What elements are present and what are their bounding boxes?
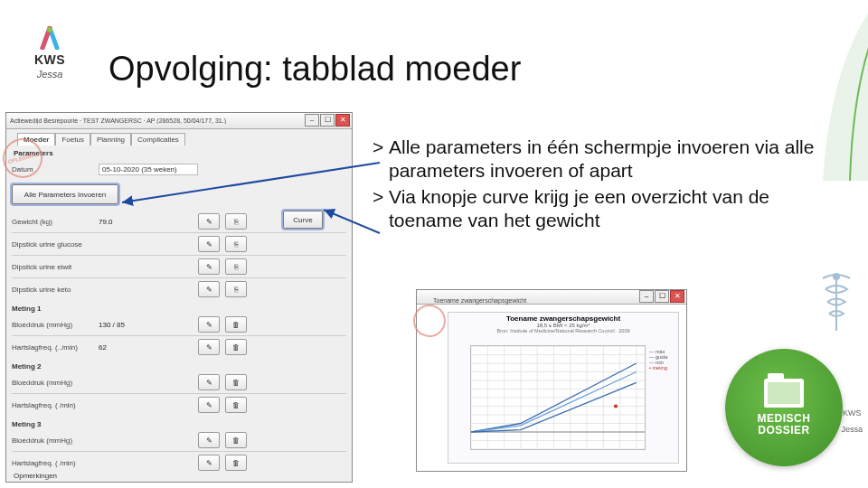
- edit-button[interactable]: ✎: [198, 236, 220, 252]
- copy-button[interactable]: ⎘: [225, 236, 247, 252]
- row-dip-keto: Dipstick urine keto✎⎘: [12, 279, 346, 299]
- window-minimize-button[interactable]: –: [305, 114, 319, 127]
- jessa-logo-text: Jessa: [37, 69, 63, 80]
- copy-icon: ⎘: [234, 286, 239, 294]
- delete-button[interactable]: 🗑: [225, 339, 247, 355]
- edit-button[interactable]: ✎: [198, 397, 220, 413]
- delete-button[interactable]: 🗑: [225, 455, 247, 471]
- edit-button[interactable]: ✎: [198, 374, 220, 390]
- badge-line2: DOSSIER: [758, 424, 810, 436]
- opmerkingen-label: Opmerkingen: [14, 472, 57, 480]
- edit-button[interactable]: ✎: [198, 281, 220, 297]
- label-m3-bp: Bloeddruk (mmHg): [12, 436, 99, 445]
- edit-button[interactable]: ✎: [198, 455, 220, 471]
- chart-window-title: Toename zwangerschapsgewicht: [417, 297, 526, 304]
- trash-icon: 🗑: [232, 321, 240, 329]
- bullet-2: Via knopje curve krijg je een overzicht …: [389, 185, 825, 231]
- opleiding-stamp-icon: [410, 301, 449, 341]
- label-dip-glucose: Dipstick urine glucose: [12, 240, 99, 249]
- meting3-header: Meting 3: [12, 420, 346, 428]
- slide-title: Opvolging: tabblad moeder: [108, 50, 521, 89]
- trash-icon: 🗑: [232, 459, 240, 467]
- meting1-header: Meting 1: [12, 305, 346, 313]
- window-close-button[interactable]: ✕: [335, 114, 350, 127]
- chart-close-button[interactable]: ✕: [670, 290, 684, 303]
- trash-icon: 🗑: [232, 436, 240, 445]
- parameters-header: Parameters: [14, 149, 346, 157]
- trash-icon: 🗑: [232, 401, 240, 409]
- label-m3-hr: Hartslagfreq. ( /min): [12, 459, 99, 467]
- app-tabs: Moeder Foetus Planning Complicaties: [17, 133, 346, 145]
- tab-foetus[interactable]: Foetus: [55, 133, 90, 145]
- brand-logos: KWS Jessa: [34, 25, 65, 80]
- meting2-header: Meting 2: [12, 362, 346, 371]
- copy-button[interactable]: ⎘: [225, 213, 247, 230]
- pencil-icon: ✎: [206, 401, 212, 409]
- delete-button[interactable]: 🗑: [225, 397, 247, 413]
- app-window: Actiewedijd Besrepoorie · TEST ZWANGERSC…: [5, 112, 353, 483]
- label-m2-bp: Bloeddruk (mmHg): [12, 379, 99, 387]
- folder-icon: [764, 379, 804, 408]
- pencil-icon: ✎: [206, 459, 212, 467]
- bullet-1: Alle parameters in één schermpje invoere…: [389, 136, 825, 182]
- edit-button[interactable]: ✎: [198, 316, 220, 333]
- delete-button[interactable]: 🗑: [225, 374, 247, 390]
- tab-planning[interactable]: Planning: [90, 133, 131, 145]
- pencil-icon: ✎: [206, 436, 212, 445]
- copy-icon: ⎘: [234, 263, 239, 271]
- chart-plot: [470, 345, 646, 450]
- pencil-icon: ✎: [206, 379, 212, 387]
- chevron-icon: >: [373, 136, 389, 182]
- edit-button[interactable]: ✎: [198, 432, 220, 448]
- bullet-list: >Alle parameters in één schermpje invoer…: [373, 136, 825, 235]
- svg-point-28: [614, 404, 618, 408]
- copy-icon: ⎘: [234, 240, 239, 249]
- label-m1-hr: Hartslagfreq. (../min): [12, 343, 99, 352]
- row-dip-glucose: Dipstick urine glucose✎⎘: [12, 234, 346, 254]
- mini-kws: KWS: [843, 408, 862, 418]
- chart-titlebar: Toename zwangerschapsgewicht – ☐ ✕: [417, 290, 686, 305]
- chart-maximize-button[interactable]: ☐: [655, 290, 669, 303]
- trash-icon: 🗑: [232, 379, 240, 387]
- chart-legend: — max— guide— min• meting: [649, 349, 676, 371]
- chart-minimize-button[interactable]: –: [639, 290, 654, 303]
- pencil-icon: ✎: [206, 263, 212, 271]
- value-gewicht: 79.0: [99, 218, 155, 226]
- all-parameters-button[interactable]: Alle Parameters Invoeren: [12, 184, 118, 204]
- edit-button[interactable]: ✎: [198, 258, 220, 275]
- chart-subtitle2: Bron: Institute of Medicine/National Res…: [448, 328, 678, 333]
- label-m1-bp: Bloeddruk (mmHg): [12, 321, 99, 329]
- app-window-title: Actiewedijd Besrepoorie · TEST ZWANGERSC…: [10, 117, 226, 124]
- edit-button[interactable]: ✎: [198, 213, 220, 230]
- window-maximize-button[interactable]: ☐: [320, 114, 335, 127]
- value-m1-hr: 62: [99, 343, 155, 352]
- label-dip-eiwit: Dipstick urine eiwit: [12, 263, 99, 271]
- pencil-icon: ✎: [206, 218, 212, 226]
- edit-button[interactable]: ✎: [198, 339, 220, 355]
- label-dip-keto: Dipstick urine keto: [12, 286, 99, 294]
- kws-logo-icon: [37, 25, 62, 51]
- chart-title: Toename zwangerschapsgewicht: [448, 314, 678, 323]
- pencil-icon: ✎: [206, 343, 212, 352]
- tab-complicaties[interactable]: Complicaties: [131, 133, 185, 145]
- chart-window: Toename zwangerschapsgewicht – ☐ ✕ Toena…: [416, 289, 687, 472]
- mini-brand-logos: KWSJessa: [841, 408, 863, 434]
- pencil-icon: ✎: [206, 240, 212, 249]
- delete-button[interactable]: 🗑: [225, 316, 247, 333]
- delete-button[interactable]: 🗑: [225, 432, 247, 448]
- app-titlebar: Actiewedijd Besrepoorie · TEST ZWANGERSC…: [6, 113, 352, 129]
- copy-button[interactable]: ⎘: [225, 281, 247, 297]
- trash-icon: 🗑: [232, 343, 240, 352]
- value-m1-bp: 130 / 85: [99, 321, 155, 329]
- date-field[interactable]: 05-10-2020 (35 weken): [99, 164, 198, 175]
- mini-jessa: Jessa: [841, 425, 863, 434]
- copy-button[interactable]: ⎘: [225, 258, 247, 275]
- curve-button[interactable]: Curve: [283, 211, 323, 229]
- chevron-icon: >: [373, 185, 389, 231]
- row-dip-eiwit: Dipstick urine eiwit✎⎘: [12, 257, 346, 277]
- svg-point-2: [47, 27, 52, 33]
- label-gewicht: Gewicht (kg): [12, 218, 99, 226]
- label-m2-hr: Hartslagfreq. ( /min): [12, 401, 99, 409]
- kws-logo-text: KWS: [34, 52, 65, 67]
- copy-icon: ⎘: [234, 218, 239, 226]
